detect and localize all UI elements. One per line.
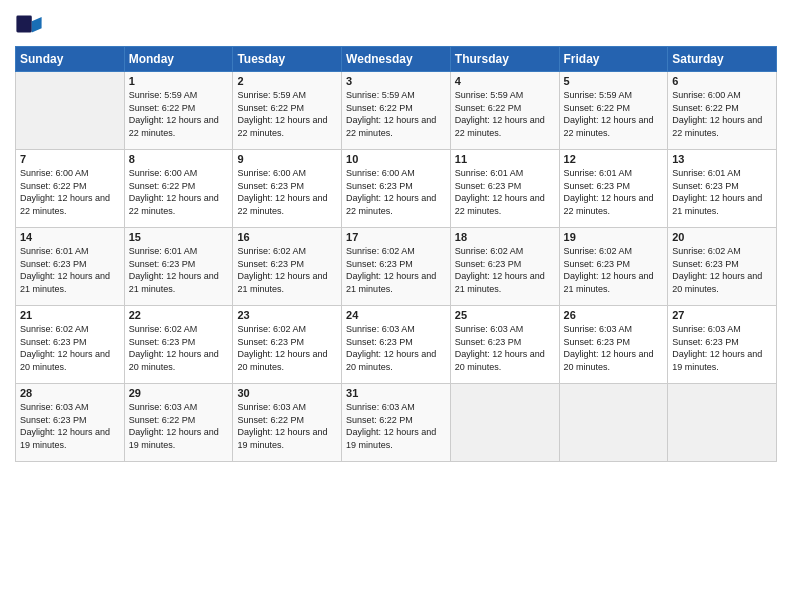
calendar-cell: 3Sunrise: 5:59 AMSunset: 6:22 PMDaylight… xyxy=(342,72,451,150)
day-number: 17 xyxy=(346,231,446,243)
day-info: Sunrise: 6:03 AMSunset: 6:23 PMDaylight:… xyxy=(20,401,120,451)
day-info: Sunrise: 6:03 AMSunset: 6:23 PMDaylight:… xyxy=(564,323,664,373)
calendar-week-row: 14Sunrise: 6:01 AMSunset: 6:23 PMDayligh… xyxy=(16,228,777,306)
day-number: 24 xyxy=(346,309,446,321)
day-number: 8 xyxy=(129,153,229,165)
day-info: Sunrise: 5:59 AMSunset: 6:22 PMDaylight:… xyxy=(455,89,555,139)
logo xyxy=(15,10,45,38)
day-of-week-header: Wednesday xyxy=(342,47,451,72)
day-of-week-header: Tuesday xyxy=(233,47,342,72)
day-number: 26 xyxy=(564,309,664,321)
calendar-cell: 30Sunrise: 6:03 AMSunset: 6:22 PMDayligh… xyxy=(233,384,342,462)
calendar-cell: 4Sunrise: 5:59 AMSunset: 6:22 PMDaylight… xyxy=(450,72,559,150)
day-info: Sunrise: 6:00 AMSunset: 6:22 PMDaylight:… xyxy=(20,167,120,217)
day-number: 6 xyxy=(672,75,772,87)
calendar-cell: 8Sunrise: 6:00 AMSunset: 6:22 PMDaylight… xyxy=(124,150,233,228)
day-number: 19 xyxy=(564,231,664,243)
header xyxy=(15,10,777,38)
day-number: 5 xyxy=(564,75,664,87)
day-info: Sunrise: 5:59 AMSunset: 6:22 PMDaylight:… xyxy=(564,89,664,139)
svg-marker-1 xyxy=(32,17,42,32)
calendar-cell: 6Sunrise: 6:00 AMSunset: 6:22 PMDaylight… xyxy=(668,72,777,150)
calendar-cell: 28Sunrise: 6:03 AMSunset: 6:23 PMDayligh… xyxy=(16,384,125,462)
calendar-cell: 26Sunrise: 6:03 AMSunset: 6:23 PMDayligh… xyxy=(559,306,668,384)
day-number: 11 xyxy=(455,153,555,165)
day-info: Sunrise: 6:03 AMSunset: 6:23 PMDaylight:… xyxy=(672,323,772,373)
calendar-cell: 20Sunrise: 6:02 AMSunset: 6:23 PMDayligh… xyxy=(668,228,777,306)
calendar-cell xyxy=(668,384,777,462)
day-number: 12 xyxy=(564,153,664,165)
calendar-cell: 29Sunrise: 6:03 AMSunset: 6:22 PMDayligh… xyxy=(124,384,233,462)
day-number: 29 xyxy=(129,387,229,399)
day-info: Sunrise: 6:02 AMSunset: 6:23 PMDaylight:… xyxy=(564,245,664,295)
calendar-week-row: 7Sunrise: 6:00 AMSunset: 6:22 PMDaylight… xyxy=(16,150,777,228)
day-info: Sunrise: 6:03 AMSunset: 6:22 PMDaylight:… xyxy=(129,401,229,451)
day-info: Sunrise: 6:00 AMSunset: 6:23 PMDaylight:… xyxy=(346,167,446,217)
calendar-cell: 14Sunrise: 6:01 AMSunset: 6:23 PMDayligh… xyxy=(16,228,125,306)
day-info: Sunrise: 5:59 AMSunset: 6:22 PMDaylight:… xyxy=(346,89,446,139)
day-info: Sunrise: 6:02 AMSunset: 6:23 PMDaylight:… xyxy=(20,323,120,373)
day-of-week-header: Monday xyxy=(124,47,233,72)
calendar-cell: 27Sunrise: 6:03 AMSunset: 6:23 PMDayligh… xyxy=(668,306,777,384)
calendar-cell: 25Sunrise: 6:03 AMSunset: 6:23 PMDayligh… xyxy=(450,306,559,384)
calendar-week-row: 21Sunrise: 6:02 AMSunset: 6:23 PMDayligh… xyxy=(16,306,777,384)
day-number: 15 xyxy=(129,231,229,243)
day-number: 21 xyxy=(20,309,120,321)
calendar-cell: 1Sunrise: 5:59 AMSunset: 6:22 PMDaylight… xyxy=(124,72,233,150)
calendar-week-row: 1Sunrise: 5:59 AMSunset: 6:22 PMDaylight… xyxy=(16,72,777,150)
calendar-week-row: 28Sunrise: 6:03 AMSunset: 6:23 PMDayligh… xyxy=(16,384,777,462)
day-of-week-header: Friday xyxy=(559,47,668,72)
day-number: 18 xyxy=(455,231,555,243)
day-number: 25 xyxy=(455,309,555,321)
day-info: Sunrise: 6:01 AMSunset: 6:23 PMDaylight:… xyxy=(672,167,772,217)
day-number: 20 xyxy=(672,231,772,243)
calendar-cell: 18Sunrise: 6:02 AMSunset: 6:23 PMDayligh… xyxy=(450,228,559,306)
day-number: 1 xyxy=(129,75,229,87)
day-number: 28 xyxy=(20,387,120,399)
calendar-header-row: SundayMondayTuesdayWednesdayThursdayFrid… xyxy=(16,47,777,72)
calendar-cell: 31Sunrise: 6:03 AMSunset: 6:22 PMDayligh… xyxy=(342,384,451,462)
calendar-cell: 7Sunrise: 6:00 AMSunset: 6:22 PMDaylight… xyxy=(16,150,125,228)
calendar-cell: 12Sunrise: 6:01 AMSunset: 6:23 PMDayligh… xyxy=(559,150,668,228)
calendar-cell: 22Sunrise: 6:02 AMSunset: 6:23 PMDayligh… xyxy=(124,306,233,384)
calendar-cell: 11Sunrise: 6:01 AMSunset: 6:23 PMDayligh… xyxy=(450,150,559,228)
day-info: Sunrise: 6:02 AMSunset: 6:23 PMDaylight:… xyxy=(455,245,555,295)
main-container: SundayMondayTuesdayWednesdayThursdayFrid… xyxy=(0,0,792,472)
day-number: 30 xyxy=(237,387,337,399)
calendar-cell: 10Sunrise: 6:00 AMSunset: 6:23 PMDayligh… xyxy=(342,150,451,228)
calendar-cell xyxy=(16,72,125,150)
day-number: 2 xyxy=(237,75,337,87)
day-number: 22 xyxy=(129,309,229,321)
day-info: Sunrise: 6:03 AMSunset: 6:23 PMDaylight:… xyxy=(455,323,555,373)
day-number: 23 xyxy=(237,309,337,321)
calendar-cell: 9Sunrise: 6:00 AMSunset: 6:23 PMDaylight… xyxy=(233,150,342,228)
day-number: 31 xyxy=(346,387,446,399)
calendar-cell: 2Sunrise: 5:59 AMSunset: 6:22 PMDaylight… xyxy=(233,72,342,150)
calendar-cell: 24Sunrise: 6:03 AMSunset: 6:23 PMDayligh… xyxy=(342,306,451,384)
day-number: 9 xyxy=(237,153,337,165)
calendar-table: SundayMondayTuesdayWednesdayThursdayFrid… xyxy=(15,46,777,462)
day-number: 10 xyxy=(346,153,446,165)
calendar-cell: 15Sunrise: 6:01 AMSunset: 6:23 PMDayligh… xyxy=(124,228,233,306)
day-info: Sunrise: 6:00 AMSunset: 6:22 PMDaylight:… xyxy=(129,167,229,217)
day-info: Sunrise: 6:02 AMSunset: 6:23 PMDaylight:… xyxy=(346,245,446,295)
day-number: 16 xyxy=(237,231,337,243)
day-number: 14 xyxy=(20,231,120,243)
day-number: 7 xyxy=(20,153,120,165)
calendar-cell: 19Sunrise: 6:02 AMSunset: 6:23 PMDayligh… xyxy=(559,228,668,306)
calendar-cell: 23Sunrise: 6:02 AMSunset: 6:23 PMDayligh… xyxy=(233,306,342,384)
day-info: Sunrise: 6:01 AMSunset: 6:23 PMDaylight:… xyxy=(564,167,664,217)
day-of-week-header: Thursday xyxy=(450,47,559,72)
calendar-cell: 21Sunrise: 6:02 AMSunset: 6:23 PMDayligh… xyxy=(16,306,125,384)
calendar-cell: 13Sunrise: 6:01 AMSunset: 6:23 PMDayligh… xyxy=(668,150,777,228)
day-number: 27 xyxy=(672,309,772,321)
day-info: Sunrise: 6:01 AMSunset: 6:23 PMDaylight:… xyxy=(455,167,555,217)
calendar-cell: 5Sunrise: 5:59 AMSunset: 6:22 PMDaylight… xyxy=(559,72,668,150)
calendar-cell xyxy=(559,384,668,462)
day-info: Sunrise: 6:00 AMSunset: 6:22 PMDaylight:… xyxy=(672,89,772,139)
day-info: Sunrise: 6:02 AMSunset: 6:23 PMDaylight:… xyxy=(129,323,229,373)
calendar-cell: 16Sunrise: 6:02 AMSunset: 6:23 PMDayligh… xyxy=(233,228,342,306)
day-info: Sunrise: 6:01 AMSunset: 6:23 PMDaylight:… xyxy=(20,245,120,295)
day-info: Sunrise: 5:59 AMSunset: 6:22 PMDaylight:… xyxy=(237,89,337,139)
day-number: 4 xyxy=(455,75,555,87)
